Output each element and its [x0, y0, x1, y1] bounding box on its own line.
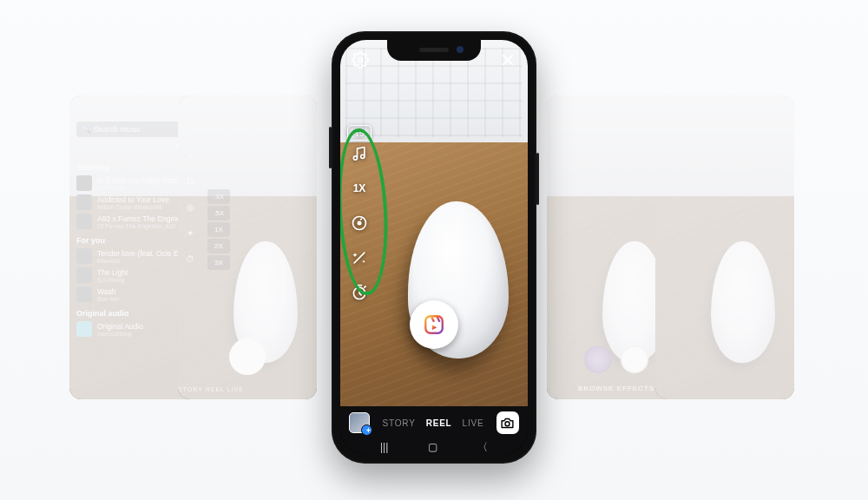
mode-story[interactable]: STORY: [383, 418, 416, 428]
phone-frame: 15 1X: [332, 31, 536, 464]
svg-point-9: [506, 421, 510, 425]
nav-back-icon[interactable]: 〈: [477, 440, 488, 455]
phone-screen: 15 1X: [340, 40, 528, 455]
close-icon[interactable]: [498, 50, 517, 69]
bottom-bar: STORY REEL LIVE ||| ▢ 〈: [340, 406, 528, 455]
svg-point-0: [358, 58, 363, 62]
gallery-button[interactable]: [349, 412, 370, 433]
nav-home-icon[interactable]: ▢: [428, 441, 437, 453]
capture-button[interactable]: [410, 300, 458, 349]
mode-reel[interactable]: REEL: [426, 418, 452, 428]
bg-screen-speed: ♪1x◎✦⏱ .3X .5X 1X 2X 3X STORY REEL LIVE: [178, 95, 317, 399]
mode-live[interactable]: LIVE: [463, 418, 484, 428]
bg-screen-timer: Timer Countdown 3 s Drag to change the c…: [655, 95, 794, 399]
reels-icon: [423, 313, 445, 336]
svg-rect-8: [425, 316, 443, 333]
camera-switch-button[interactable]: [496, 411, 519, 434]
phone-notch: [387, 40, 481, 61]
android-nav-bar: ||| ▢ 〈: [340, 439, 528, 455]
camera-viewfinder[interactable]: 15 1X: [340, 40, 528, 406]
settings-icon[interactable]: [351, 50, 370, 69]
nav-recent-icon[interactable]: |||: [380, 441, 388, 453]
mode-selector[interactable]: STORY REEL LIVE: [383, 418, 484, 428]
